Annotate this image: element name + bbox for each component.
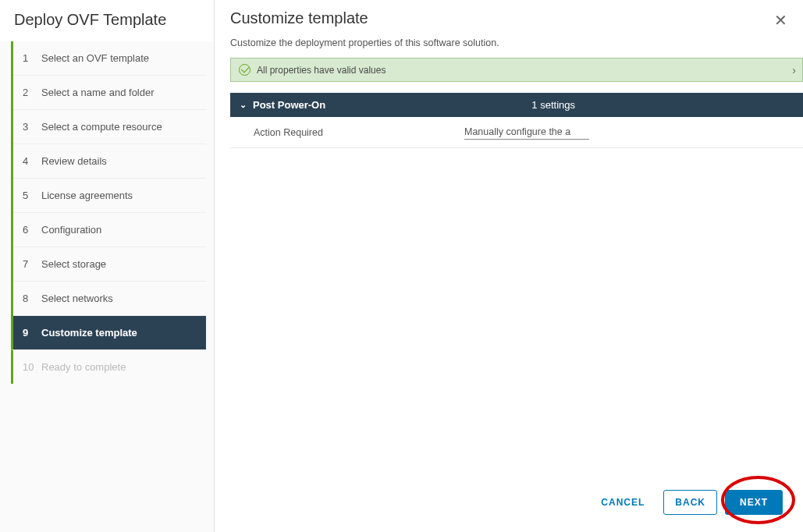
- wizard-title: Deploy OVF Template: [0, 0, 214, 41]
- back-button[interactable]: BACK: [663, 490, 717, 515]
- cancel-button[interactable]: CANCEL: [590, 491, 656, 514]
- step-label: Configuration: [41, 224, 101, 236]
- property-input-action-required[interactable]: [464, 125, 589, 140]
- step-compute-resource[interactable]: 3 Select a compute resource: [13, 110, 206, 144]
- section-count: 1 settings: [531, 99, 575, 111]
- validation-banner: All properties have valid values ›: [230, 58, 803, 82]
- property-label: Action Required: [230, 127, 464, 138]
- wizard-footer: CANCEL BACK NEXT: [590, 490, 783, 515]
- page-title: Customize template: [230, 9, 368, 27]
- check-icon: [239, 64, 250, 76]
- step-label: Customize template: [41, 327, 137, 339]
- wizard-steps: 1 Select an OVF template 2 Select a name…: [11, 41, 206, 384]
- step-label: License agreements: [41, 190, 133, 201]
- step-label: Select storage: [41, 258, 106, 270]
- step-label: Select a compute resource: [41, 121, 162, 133]
- wizard-content: Customize template ✕ Customize the deplo…: [215, 0, 803, 532]
- step-number: 9: [23, 327, 34, 339]
- property-row: Action Required: [230, 117, 803, 148]
- page-subtitle: Customize the deployment properties of t…: [230, 37, 803, 48]
- section-title: Post Power-On: [253, 99, 325, 111]
- step-number: 7: [23, 258, 34, 270]
- step-number: 5: [23, 190, 34, 201]
- step-ready-complete: 10 Ready to complete: [13, 350, 206, 384]
- step-select-ovf[interactable]: 1 Select an OVF template: [13, 41, 206, 76]
- banner-close-icon[interactable]: ›: [792, 64, 796, 76]
- next-button[interactable]: NEXT: [725, 490, 783, 515]
- step-number: 2: [23, 87, 34, 98]
- step-number: 4: [23, 155, 34, 167]
- step-name-folder[interactable]: 2 Select a name and folder: [13, 76, 206, 110]
- step-number: 6: [23, 224, 34, 236]
- step-networks[interactable]: 8 Select networks: [13, 282, 206, 316]
- step-license[interactable]: 5 License agreements: [13, 179, 206, 213]
- step-label: Select an OVF template: [41, 52, 149, 64]
- section-header-post-power-on[interactable]: ⌄ Post Power-On 1 settings: [230, 93, 803, 117]
- close-button[interactable]: ✕: [771, 9, 791, 31]
- step-customize-template[interactable]: 9 Customize template: [11, 316, 206, 350]
- step-label: Ready to complete: [41, 361, 126, 373]
- close-icon: ✕: [774, 12, 787, 29]
- wizard-sidebar: Deploy OVF Template 1 Select an OVF temp…: [0, 0, 215, 532]
- step-number: 1: [23, 52, 34, 64]
- chevron-down-icon: ⌄: [240, 100, 247, 110]
- step-storage[interactable]: 7 Select storage: [13, 247, 206, 282]
- step-label: Review details: [41, 155, 107, 167]
- step-number: 3: [23, 121, 34, 133]
- step-review-details[interactable]: 4 Review details: [13, 144, 206, 179]
- step-number: 10: [23, 361, 34, 373]
- step-configuration[interactable]: 6 Configuration: [13, 213, 206, 247]
- step-label: Select a name and folder: [41, 87, 155, 98]
- step-label: Select networks: [41, 293, 113, 304]
- step-number: 8: [23, 293, 34, 304]
- content-header: Customize template ✕: [230, 9, 803, 31]
- validation-text: All properties have valid values: [257, 65, 386, 76]
